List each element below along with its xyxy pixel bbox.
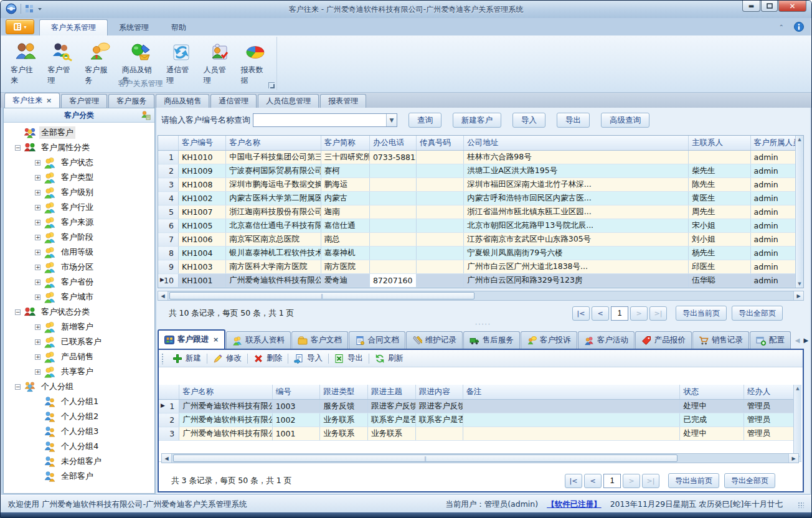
cell[interactable]: 处理中: [680, 400, 744, 413]
cell[interactable]: 联系客户是否...: [415, 413, 463, 427]
tree-item-客户属性分类[interactable]: −客户属性分类: [4, 140, 154, 155]
ribbon-tab-系统管理[interactable]: 系统管理: [108, 20, 160, 35]
cell[interactable]: 爱奇迪: [321, 274, 369, 288]
cell[interactable]: [463, 400, 680, 413]
cell[interactable]: 业务联系: [368, 427, 416, 441]
cell[interactable]: [417, 247, 464, 260]
cell[interactable]: 内蒙古呼和浩特市回民区内蒙古医...: [464, 192, 689, 205]
tree-item-产品销售[interactable]: +产品销售: [4, 349, 154, 364]
cell[interactable]: 广州爱奇迪软件科技有限公司: [226, 274, 321, 288]
detail-tab-销售记录[interactable]: 销售记录: [692, 331, 749, 349]
row-number-cell[interactable]: 4: [158, 192, 179, 205]
detail-tab-产品报价[interactable]: 产品报价: [635, 331, 692, 349]
resize-grip[interactable]: [798, 502, 804, 508]
pager-last-button[interactable]: >|: [649, 306, 667, 321]
tree-expander-icon[interactable]: +: [35, 250, 40, 255]
cell[interactable]: 嘉信仕通: [321, 219, 369, 233]
cell[interactable]: 柴先生: [689, 164, 751, 178]
doc-tab-客户往来[interactable]: 客户往来×: [4, 93, 60, 108]
doc-tab-商品及销售[interactable]: 商品及销售: [156, 94, 209, 108]
cell[interactable]: 迦南: [321, 205, 369, 219]
hscroll-left-arrow-icon[interactable]: ◀: [162, 454, 172, 463]
cell[interactable]: 管理员: [744, 427, 801, 441]
tree-expander-icon[interactable]: +: [35, 280, 40, 285]
cell[interactable]: 鹏海运: [321, 178, 369, 192]
cell[interactable]: 深圳市福田区深南大道北竹子林深...: [464, 178, 689, 192]
column-header-客户名称[interactable]: 客户名称: [179, 385, 272, 400]
hscroll-right-arrow-icon[interactable]: ▶: [793, 291, 803, 300]
cell[interactable]: KH1004: [179, 247, 226, 260]
table-row[interactable]: 5KH1007浙江迦南科技股份有限公司迦南浙江省温州市瓯北镇东瓯工业区园...周…: [158, 205, 803, 219]
tab-scroll-left-icon[interactable]: ◀: [795, 337, 800, 344]
help-info-icon[interactable]: [794, 22, 804, 32]
doc-tab-报表管理[interactable]: 报表管理: [320, 94, 366, 108]
followup-grid-hscrollbar[interactable]: ◀ ∥ ▶: [161, 453, 799, 463]
cell[interactable]: 1001: [272, 427, 320, 441]
action-button-新建客户[interactable]: 新建客户: [453, 113, 501, 128]
cell[interactable]: 江苏省南京市玄武区中山东路305号: [464, 233, 689, 247]
cell[interactable]: 南总: [321, 233, 369, 247]
cell[interactable]: [417, 260, 464, 274]
cell[interactable]: 北京嘉信仕通电子科技有限公司: [226, 219, 321, 233]
tree-expander-icon[interactable]: +: [35, 190, 40, 195]
column-header-客户编号[interactable]: 客户编号: [179, 136, 226, 151]
cell[interactable]: 周先生: [689, 205, 751, 219]
export-all-pages-button[interactable]: 导出全部页: [724, 473, 775, 488]
table-row[interactable]: 3广州爱奇迪软件科技有限公司1001业务联系业务联系处理中管理员: [159, 427, 801, 441]
column-header-经办人[interactable]: 经办人: [744, 385, 801, 400]
cell[interactable]: 刘小姐: [689, 233, 751, 247]
tree-expander-icon[interactable]: +: [35, 220, 40, 225]
cell[interactable]: 邱医生: [689, 260, 751, 274]
cell[interactable]: [417, 164, 464, 178]
cell[interactable]: 黄医生: [689, 192, 751, 205]
tab-scroll-right-icon[interactable]: ▶: [803, 337, 808, 344]
cell[interactable]: KH1007: [179, 205, 226, 219]
column-header-客户名称[interactable]: 客户名称: [226, 136, 321, 151]
pager-last-button[interactable]: >|: [642, 474, 659, 488]
cell[interactable]: KH1002: [179, 192, 226, 205]
cell[interactable]: 嘉泰神机: [321, 247, 369, 260]
cell[interactable]: 洪塘工业A区洪大路195号: [464, 164, 689, 178]
cell[interactable]: 处理中: [680, 427, 744, 441]
tree-item-客户类型[interactable]: +客户类型: [4, 170, 154, 185]
column-header-跟进类型[interactable]: 跟进类型: [320, 385, 368, 400]
pager-first-button[interactable]: |<: [572, 306, 590, 321]
column-header-rownum[interactable]: [158, 136, 179, 151]
column-header-主联系人[interactable]: 主联系人: [689, 136, 751, 151]
tree-item-市场分区[interactable]: +市场分区: [4, 260, 154, 275]
cell[interactable]: 桂林市六合路98号: [464, 151, 689, 164]
row-number-cell[interactable]: 6: [158, 219, 179, 233]
column-header-备注[interactable]: 备注: [463, 385, 680, 400]
row-number-cell[interactable]: 7: [158, 233, 179, 247]
cell[interactable]: 1003: [272, 400, 320, 413]
pager-page-input[interactable]: [603, 474, 621, 488]
table-row[interactable]: 1KH1010中国电子科技集团公司第三十四研...三十四研究所0733-5881…: [158, 151, 803, 164]
detail-tab-售后服务[interactable]: 售后服务: [463, 331, 520, 349]
table-row[interactable]: 1▶广州爱奇迪软件科技有限公司1003服务反馈跟进客户反馈...跟进客户反馈..…: [159, 400, 801, 413]
tree-expander-icon[interactable]: +: [35, 235, 40, 240]
tree-item-个人分组4[interactable]: 个人分组4: [4, 439, 154, 454]
hscroll-left-arrow-icon[interactable]: ◀: [158, 291, 168, 300]
detail-tab-客户文档[interactable]: 客户文档: [291, 331, 348, 349]
cell[interactable]: 广州爱奇迪软件科技有限公司: [179, 413, 272, 427]
row-number-cell[interactable]: 9: [158, 260, 179, 274]
tree-expander-icon[interactable]: +: [35, 205, 40, 210]
cell[interactable]: 深圳市鹏海运电子数据交换有限公司: [226, 178, 321, 192]
cell[interactable]: [417, 192, 464, 205]
cell[interactable]: [369, 260, 416, 274]
cell[interactable]: 联系客户是否...: [368, 413, 416, 427]
tree-item-客户状态分类[interactable]: −客户状态分类: [4, 304, 154, 319]
tree-expander-icon[interactable]: +: [35, 369, 40, 375]
cell[interactable]: 北京市朝阳区北苑路甲13号院北辰...: [464, 219, 689, 233]
column-header-编号[interactable]: 编号: [272, 385, 320, 400]
tree-expander-icon[interactable]: −: [15, 384, 21, 390]
cell[interactable]: 业务联系: [320, 413, 368, 427]
cell[interactable]: 跟进客户反馈...: [368, 400, 416, 413]
toolbar-button-修改[interactable]: 修改: [207, 351, 247, 366]
action-button-导出[interactable]: 导出: [557, 113, 590, 128]
cell[interactable]: 宁波赛柯国际贸易有限公司: [226, 164, 321, 178]
cell[interactable]: 南方医院: [321, 260, 369, 274]
cell[interactable]: [417, 178, 464, 192]
export-current-page-button[interactable]: 导出当前页: [676, 306, 727, 321]
row-number-cell[interactable]: 10▶: [158, 274, 179, 288]
